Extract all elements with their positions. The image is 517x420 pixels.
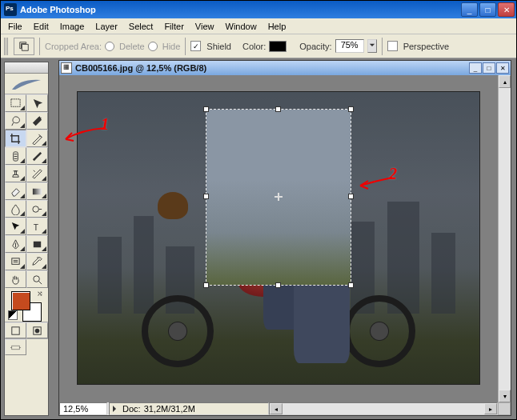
- opacity-input[interactable]: 75%: [335, 39, 364, 53]
- document-titlebar[interactable]: ▦ CB005166.jpg @ 12,5% (RGB/8) _ □ ✕: [59, 61, 511, 75]
- toolbox: T ⤭: [4, 62, 49, 416]
- image-content: [77, 91, 480, 385]
- default-colors-icon[interactable]: [8, 310, 18, 320]
- swap-colors-icon[interactable]: ⤭: [37, 290, 43, 298]
- close-button[interactable]: ✕: [498, 2, 515, 17]
- pen-tool[interactable]: [5, 235, 26, 253]
- lasso-tool[interactable]: [5, 112, 26, 130]
- standard-mode-button[interactable]: [5, 322, 26, 338]
- rectangle-tool[interactable]: [26, 235, 48, 253]
- scroll-down-button[interactable]: ▾: [499, 390, 511, 402]
- maximize-button[interactable]: □: [479, 2, 496, 17]
- svg-rect-8: [12, 326, 19, 334]
- horizontal-scrollbar[interactable]: ◂ ▸: [269, 402, 498, 415]
- crop-handle-n[interactable]: [275, 106, 281, 112]
- crop-handle-nw[interactable]: [203, 106, 209, 112]
- menu-image[interactable]: Image: [54, 20, 90, 33]
- scroll-up-button[interactable]: ▴: [499, 75, 511, 88]
- crop-handle-s[interactable]: [275, 282, 281, 288]
- menu-layer[interactable]: Layer: [90, 20, 123, 33]
- doc-maximize-button[interactable]: □: [483, 62, 495, 74]
- scroll-left-button[interactable]: ◂: [270, 403, 283, 414]
- menu-file[interactable]: File: [2, 20, 28, 33]
- history-brush-tool[interactable]: [26, 165, 48, 182]
- shield-color-swatch[interactable]: [269, 41, 287, 52]
- svg-rect-2: [33, 188, 42, 194]
- eyedropper-tool[interactable]: [26, 253, 48, 270]
- svg-point-7: [34, 275, 40, 282]
- path-selection-tool[interactable]: [5, 218, 26, 235]
- brush-tool[interactable]: [26, 147, 48, 165]
- svg-rect-5: [34, 241, 41, 247]
- shield-label: Shield: [206, 42, 231, 51]
- perspective-checkbox[interactable]: [387, 41, 398, 51]
- notes-tool[interactable]: [5, 253, 26, 270]
- delete-radio[interactable]: [105, 42, 114, 51]
- scroll-right-button[interactable]: ▸: [484, 403, 497, 414]
- type-tool[interactable]: T: [26, 218, 48, 235]
- healing-brush-tool[interactable]: [5, 147, 26, 165]
- opacity-flyout[interactable]: [367, 39, 377, 53]
- foreground-color-swatch[interactable]: [11, 291, 30, 310]
- app-title: Adobe Photoshop: [20, 5, 461, 14]
- doc-minimize-button[interactable]: _: [469, 62, 482, 74]
- hide-radio[interactable]: [148, 42, 158, 51]
- crop-marquee[interactable]: [206, 110, 351, 285]
- canvas[interactable]: 1 2: [59, 75, 498, 402]
- zoom-tool[interactable]: [26, 270, 48, 288]
- delete-label: Delete: [119, 42, 145, 51]
- quick-mask-button[interactable]: [26, 322, 48, 338]
- options-grip[interactable]: [4, 38, 9, 55]
- crop-handle-sw[interactable]: [203, 282, 209, 288]
- clone-stamp-tool[interactable]: [5, 165, 26, 182]
- menu-filter[interactable]: Filter: [158, 20, 189, 33]
- menu-view[interactable]: View: [190, 20, 220, 33]
- crop-handle-ne[interactable]: [348, 106, 354, 112]
- resize-grip[interactable]: [498, 402, 511, 415]
- move-tool[interactable]: [26, 94, 48, 112]
- svg-point-10: [35, 328, 40, 333]
- perspective-label: Perspective: [403, 42, 449, 51]
- workspace: T ⤭ ▦ CB005166.jpg @ 12,5% (RGB/8): [1, 58, 516, 419]
- status-label: Doc:: [122, 404, 141, 414]
- hide-label: Hide: [162, 42, 181, 51]
- status-flyout-icon[interactable]: [113, 406, 119, 412]
- menu-window[interactable]: Window: [220, 20, 263, 33]
- svg-text:T: T: [34, 223, 39, 232]
- menu-edit[interactable]: Edit: [28, 20, 54, 33]
- crop-handle-e[interactable]: [348, 194, 354, 199]
- shield-checkbox[interactable]: ✓: [190, 41, 201, 51]
- menubar: File Edit Image Layer Select Filter View…: [1, 18, 516, 34]
- svg-rect-0: [11, 98, 20, 106]
- zoom-input[interactable]: 12,5%: [59, 402, 107, 415]
- status-value: 31,2M/31,2M: [144, 404, 195, 414]
- dodge-tool[interactable]: [26, 200, 48, 218]
- document-status[interactable]: Doc: 31,2M/31,2M: [109, 402, 269, 415]
- crop-tool[interactable]: [5, 130, 26, 147]
- active-tool-preset[interactable]: [14, 38, 34, 55]
- menu-help[interactable]: Help: [263, 20, 292, 33]
- doc-close-button[interactable]: ✕: [496, 62, 509, 74]
- hand-tool[interactable]: [5, 270, 26, 288]
- svg-rect-6: [12, 258, 19, 264]
- slice-tool[interactable]: [26, 130, 48, 147]
- canvas-area: ▦ CB005166.jpg @ 12,5% (RGB/8) _ □ ✕: [49, 58, 516, 419]
- gradient-tool[interactable]: [26, 182, 48, 200]
- magic-wand-tool[interactable]: [26, 112, 48, 130]
- crop-handle-se[interactable]: [348, 282, 354, 288]
- svg-point-3: [33, 206, 39, 212]
- blur-tool[interactable]: [5, 200, 26, 218]
- eraser-tool[interactable]: [5, 182, 26, 200]
- document-icon: ▦: [61, 62, 72, 74]
- menu-select[interactable]: Select: [123, 20, 159, 33]
- minimize-button[interactable]: _: [461, 2, 478, 17]
- options-bar: Cropped Area: Delete Hide ✓ Shield Color…: [1, 34, 516, 58]
- toolbox-titlebar[interactable]: [5, 62, 48, 74]
- color-picker: ⤭: [5, 288, 48, 322]
- vertical-scrollbar[interactable]: ▴ ▾: [498, 75, 511, 402]
- rectangular-marquee-tool[interactable]: [5, 94, 26, 112]
- jump-to-imageready-button[interactable]: [5, 339, 26, 355]
- svg-rect-11: [12, 346, 19, 350]
- shield-color-label: Color:: [242, 42, 266, 51]
- crop-handle-w[interactable]: [203, 194, 209, 199]
